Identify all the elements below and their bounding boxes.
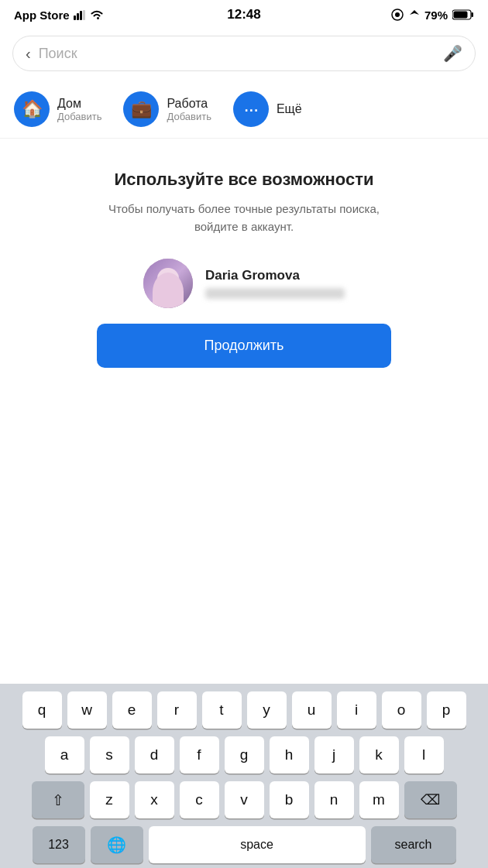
home-label: Дом — [57, 97, 101, 111]
quick-access-row: 🏠 Дом Добавить 💼 Работа Добавить ··· Ещё — [0, 81, 488, 139]
keyboard: q w e r t y u i o p a s d f g h j k l ⇧ … — [0, 684, 488, 868]
num-key[interactable]: 123 — [33, 826, 85, 863]
search-bar[interactable]: ‹ Поиск 🎤 — [12, 36, 476, 71]
carrier-signal: App Store — [14, 9, 104, 22]
account-email — [205, 288, 345, 299]
microphone-icon[interactable]: 🎤 — [443, 44, 462, 63]
work-sublabel: Добавить — [167, 111, 211, 122]
key-z[interactable]: z — [90, 781, 129, 818]
key-w[interactable]: w — [67, 691, 107, 729]
key-r[interactable]: r — [157, 691, 197, 729]
svg-rect-0 — [74, 15, 76, 20]
promo-section: Используйте все возможности Чтобы получа… — [0, 139, 488, 386]
promo-title: Используйте все возможности — [19, 170, 469, 190]
quick-item-home[interactable]: 🏠 Дом Добавить — [14, 91, 101, 127]
account-card: Daria Gromova — [19, 259, 469, 324]
shift-key[interactable]: ⇧ — [32, 781, 84, 818]
key-a[interactable]: a — [45, 736, 84, 774]
more-icon: ··· — [233, 91, 269, 127]
avatar — [143, 259, 193, 308]
space-key[interactable]: space — [149, 826, 366, 863]
quick-item-more[interactable]: ··· Ещё — [233, 91, 302, 127]
key-s[interactable]: s — [90, 736, 129, 774]
svg-rect-1 — [77, 13, 79, 20]
key-c[interactable]: c — [180, 781, 219, 818]
svg-rect-8 — [472, 12, 474, 17]
more-label: Ещё — [277, 102, 302, 116]
time-display: 12:48 — [227, 7, 260, 22]
key-n[interactable]: n — [314, 781, 354, 818]
key-t[interactable]: t — [202, 691, 242, 729]
promo-description: Чтобы получать более точные результаты п… — [19, 201, 469, 235]
back-button[interactable]: ‹ — [26, 45, 31, 63]
home-icon: 🏠 — [14, 91, 50, 127]
key-d[interactable]: d — [135, 736, 174, 774]
key-y[interactable]: y — [247, 691, 287, 729]
key-b[interactable]: b — [270, 781, 309, 818]
keyboard-row-3: ⇧ z x c v b n m ⌫ — [3, 781, 485, 818]
continue-button[interactable]: Продолжить — [97, 324, 391, 368]
wifi-icon — [90, 10, 104, 20]
carrier-text: App Store — [14, 9, 70, 22]
key-j[interactable]: j — [314, 736, 354, 774]
svg-point-5 — [395, 12, 400, 17]
key-q[interactable]: q — [22, 691, 62, 729]
key-e[interactable]: e — [112, 691, 152, 729]
svg-rect-3 — [83, 10, 85, 20]
key-x[interactable]: x — [135, 781, 174, 818]
globe-key[interactable]: 🌐 — [91, 826, 143, 863]
key-u[interactable]: u — [292, 691, 332, 729]
status-bar: App Store 12:48 79% — [0, 0, 488, 28]
home-sublabel: Добавить — [57, 111, 101, 122]
keyboard-row-4: 123 🌐 space search — [3, 826, 485, 863]
key-l[interactable]: l — [404, 736, 444, 774]
signal-icon — [74, 10, 86, 20]
key-p[interactable]: p — [427, 691, 466, 729]
work-icon: 💼 — [123, 91, 159, 127]
status-right: 79% — [390, 8, 474, 22]
key-k[interactable]: k — [359, 736, 399, 774]
keyboard-row-1: q w e r t y u i o p — [3, 691, 485, 729]
target-icon — [390, 8, 404, 22]
battery-icon — [452, 9, 474, 20]
key-m[interactable]: m — [359, 781, 399, 818]
location-icon — [409, 9, 420, 20]
delete-key[interactable]: ⌫ — [404, 781, 457, 818]
search-key[interactable]: search — [371, 826, 456, 863]
key-o[interactable]: o — [382, 691, 421, 729]
search-bar-container: ‹ Поиск 🎤 — [0, 28, 488, 81]
account-name: Daria Gromova — [205, 268, 300, 283]
search-placeholder[interactable]: Поиск — [39, 46, 435, 62]
quick-item-work[interactable]: 💼 Работа Добавить — [123, 91, 211, 127]
key-i[interactable]: i — [337, 691, 376, 729]
keyboard-row-2: a s d f g h j k l — [3, 736, 485, 774]
key-f[interactable]: f — [180, 736, 219, 774]
svg-rect-7 — [454, 12, 468, 19]
battery-percent: 79% — [424, 9, 448, 22]
svg-rect-2 — [80, 11, 82, 20]
key-g[interactable]: g — [225, 736, 264, 774]
work-label: Работа — [167, 97, 211, 111]
account-info: Daria Gromova — [205, 268, 345, 299]
key-v[interactable]: v — [225, 781, 264, 818]
key-h[interactable]: h — [270, 736, 309, 774]
